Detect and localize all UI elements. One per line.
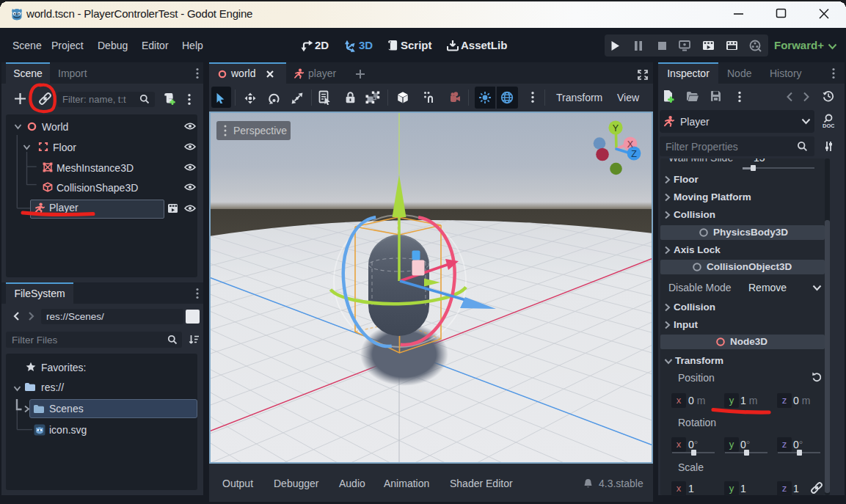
svg-text:Z: Z — [631, 149, 637, 159]
svg-text:Y: Y — [613, 123, 619, 134]
svg-text:Perspective: Perspective — [233, 125, 287, 136]
svg-text:DOC: DOC — [823, 123, 834, 129]
svg-text:X: X — [627, 139, 634, 150]
